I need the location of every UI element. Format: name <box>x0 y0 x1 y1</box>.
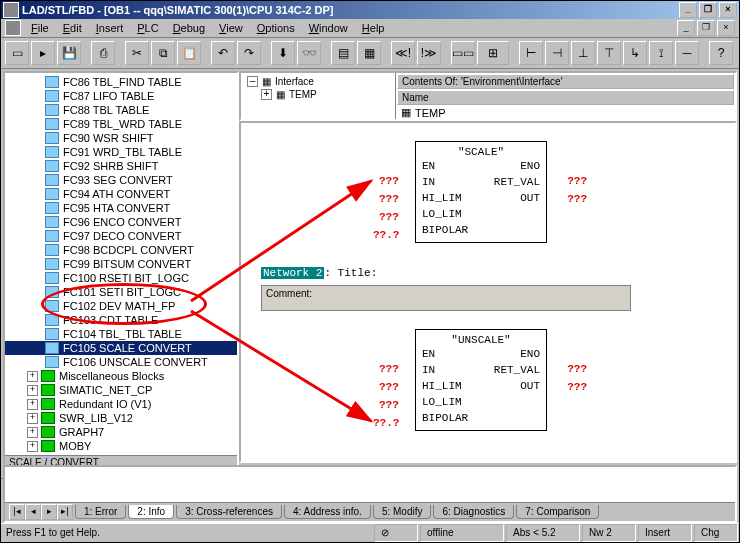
pin-in-2[interactable]: ??? <box>379 363 399 375</box>
open-button[interactable]: ▸ <box>31 41 55 65</box>
output-body[interactable] <box>5 467 735 503</box>
tree-folder[interactable]: +Redundant IO (V1) <box>5 397 237 411</box>
menu-help[interactable]: Help <box>356 21 391 35</box>
tree-item[interactable]: FC95 HTA CONVERT <box>5 201 237 215</box>
interface-node[interactable]: –▦ Interface <box>243 75 393 88</box>
menu-window[interactable]: Window <box>303 21 354 35</box>
output-tab[interactable]: 1: Error <box>75 505 126 519</box>
tab-last[interactable]: ▸| <box>57 504 73 520</box>
network-button[interactable]: ▭▭ <box>451 41 475 65</box>
insert3-button[interactable]: ⊥ <box>571 41 595 65</box>
tree-item[interactable]: FC100 RSETI BIT_LOGC <box>5 271 237 285</box>
undo-button[interactable]: ↶ <box>211 41 235 65</box>
tree-item[interactable]: FC92 SHRB SHIFT <box>5 159 237 173</box>
tree-item[interactable]: FC105 SCALE CONVERT <box>5 341 237 355</box>
redo-button[interactable]: ↷ <box>237 41 261 65</box>
paste-button[interactable]: 📋 <box>177 41 201 65</box>
mdi-minimize-button[interactable]: _ <box>677 20 695 36</box>
output-tab[interactable]: 6: Diagnostics <box>433 505 514 519</box>
network-2-comment[interactable]: Comment: <box>261 285 631 311</box>
tree-item[interactable]: FC102 DEV MATH_FP <box>5 299 237 313</box>
tree-item[interactable]: FC96 ENCO CONVERT <box>5 215 237 229</box>
block-tree[interactable]: FC86 TBL_FIND TABLEFC87 LIFO TABLEFC88 T… <box>5 73 237 455</box>
tree-item[interactable]: FC101 SETI BIT_LOGC <box>5 285 237 299</box>
tree-item[interactable]: FC87 LIFO TABLE <box>5 89 237 103</box>
minimize-button[interactable]: _ <box>679 2 697 18</box>
help-button[interactable]: ? <box>709 41 733 65</box>
menu-plc[interactable]: PLC <box>131 21 164 35</box>
tree-item[interactable]: FC104 TBL_TBL TABLE <box>5 327 237 341</box>
connect-button[interactable]: ─ <box>675 41 699 65</box>
output-tab[interactable]: 5: Modify <box>373 505 432 519</box>
insert2-button[interactable]: ⊣ <box>545 41 569 65</box>
tab-first[interactable]: |◂ <box>9 504 25 520</box>
tab-prev[interactable]: ◂ <box>25 504 41 520</box>
tree-item[interactable]: FC89 TBL_WRD TABLE <box>5 117 237 131</box>
tree-item[interactable]: FC103 CDT TABLE <box>5 313 237 327</box>
output-tab[interactable]: 2: Info <box>128 505 174 519</box>
branch-button[interactable]: ↳ <box>623 41 647 65</box>
detail-button[interactable]: ▦ <box>357 41 381 65</box>
coil-button[interactable]: ⟟ <box>649 41 673 65</box>
insert1-button[interactable]: ⊢ <box>519 41 543 65</box>
tree-item[interactable]: FC99 BITSUM CONVERT <box>5 257 237 271</box>
insert4-button[interactable]: ⊤ <box>597 41 621 65</box>
cut-button[interactable]: ✂ <box>125 41 149 65</box>
tree-folder[interactable]: +MOBY <box>5 439 237 453</box>
restore-button[interactable]: ❐ <box>699 2 717 18</box>
copy-button[interactable]: ⧉ <box>151 41 175 65</box>
pin-ret[interactable]: ??? <box>567 175 587 187</box>
pin-out[interactable]: ??? <box>567 193 587 205</box>
tree-item[interactable]: FC91 WRD_TBL TABLE <box>5 145 237 159</box>
goto-button[interactable]: ≪! <box>391 41 415 65</box>
output-tab[interactable]: 3: Cross-references <box>176 505 282 519</box>
tree-folder[interactable]: +GRAPH7 <box>5 425 237 439</box>
pin-bi[interactable]: ??.? <box>373 229 399 241</box>
print-button[interactable]: ⎙ <box>91 41 115 65</box>
menu-file[interactable]: FFileile <box>25 21 55 35</box>
save-button[interactable]: 💾 <box>57 41 81 65</box>
tree-item[interactable]: FC94 ATH CONVERT <box>5 187 237 201</box>
tree-item[interactable]: FC90 WSR SHIFT <box>5 131 237 145</box>
app-icon <box>3 2 19 18</box>
close-button[interactable]: × <box>719 2 737 18</box>
menu-options[interactable]: Options <box>251 21 301 35</box>
tree-item[interactable]: FC106 UNSCALE CONVERT <box>5 355 237 369</box>
monitor-button[interactable]: 👓 <box>297 41 321 65</box>
pin-hi[interactable]: ??? <box>379 193 399 205</box>
tree-button[interactable]: ▤ <box>331 41 355 65</box>
output-tab[interactable]: 7: Comparison <box>516 505 599 519</box>
temp-row[interactable]: ▦ TEMP <box>397 105 734 120</box>
tree-item[interactable]: FC88 TBL TABLE <box>5 103 237 117</box>
goto2-button[interactable]: !≫ <box>417 41 441 65</box>
pin-in[interactable]: ??? <box>379 175 399 187</box>
scale-block[interactable]: "SCALE" ENENO INRET_VAL HI_LIMOUT LO_LIM… <box>381 141 581 243</box>
mdi-restore-button[interactable]: ❐ <box>697 20 715 36</box>
download-button[interactable]: ⬇ <box>271 41 295 65</box>
menu-view[interactable]: View <box>213 21 249 35</box>
pin-bi-2[interactable]: ??.? <box>373 417 399 429</box>
pin-hi-2[interactable]: ??? <box>379 381 399 393</box>
tree-folder[interactable]: +SIMATIC_NET_CP <box>5 383 237 397</box>
pin-out-2[interactable]: ??? <box>567 381 587 393</box>
ladder-editor[interactable]: "SCALE" ENENO INRET_VAL HI_LIMOUT LO_LIM… <box>239 121 737 463</box>
tree-item[interactable]: FC98 BCDCPL CONVERT <box>5 243 237 257</box>
menu-edit[interactable]: Edit <box>57 21 88 35</box>
new-button[interactable]: ▭ <box>5 41 29 65</box>
tab-next[interactable]: ▸ <box>41 504 57 520</box>
unscale-block[interactable]: "UNSCALE" ENENO INRET_VAL HI_LIMOUT LO_L… <box>381 329 581 431</box>
tree-item[interactable]: FC93 SEG CONVERT <box>5 173 237 187</box>
overview-button[interactable]: ⊞ <box>477 41 509 65</box>
pin-lo[interactable]: ??? <box>379 211 399 223</box>
pin-lo-2[interactable]: ??? <box>379 399 399 411</box>
menu-debug[interactable]: Debug <box>167 21 211 35</box>
tree-folder[interactable]: +Miscellaneous Blocks <box>5 369 237 383</box>
tree-item[interactable]: FC86 TBL_FIND TABLE <box>5 75 237 89</box>
pin-ret-2[interactable]: ??? <box>567 363 587 375</box>
output-tab[interactable]: 4: Address info. <box>284 505 371 519</box>
temp-node[interactable]: +▦ TEMP <box>243 88 393 101</box>
tree-folder[interactable]: +SWR_LIB_V12 <box>5 411 237 425</box>
menu-insert[interactable]: Insert <box>90 21 130 35</box>
tree-item[interactable]: FC97 DECO CONVERT <box>5 229 237 243</box>
mdi-close-button[interactable]: × <box>717 20 735 36</box>
